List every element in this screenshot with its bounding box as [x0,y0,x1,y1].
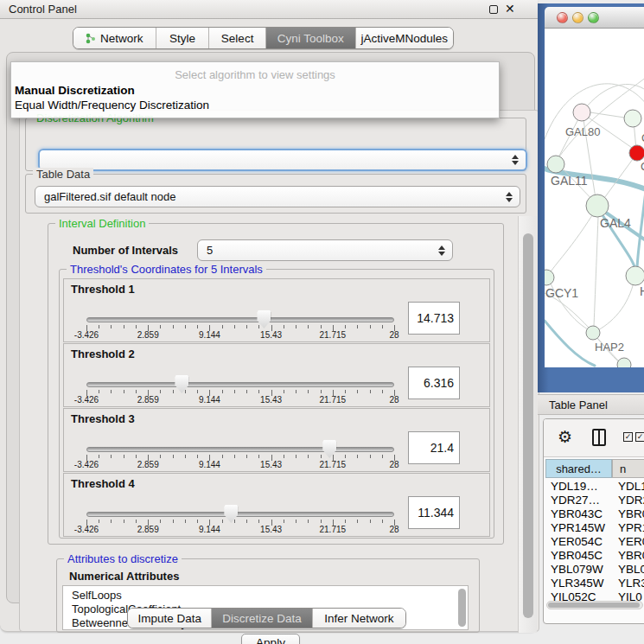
network-node[interactable] [586,194,609,217]
threshold-slider-track[interactable] [86,447,394,452]
slider-tick [160,325,161,328]
threshold-slider-thumb[interactable] [224,505,238,523]
algorithm-combobox[interactable] [38,149,527,171]
slider-tick [345,325,346,328]
attributes-list-scrollbar[interactable] [458,589,466,627]
threshold-slider-track[interactable] [86,382,394,387]
threshold-slider-thumb[interactable] [322,440,336,458]
table-row[interactable]: YPR145WYPR1 [545,521,644,535]
threshold-value-field[interactable]: 6.316 [408,367,460,399]
tab-select[interactable]: Select [209,28,266,48]
table-cell: YDR2 [618,494,644,507]
threshold-slider-thumb[interactable] [175,375,188,393]
slider-tick [222,390,223,393]
tab-jactivemnodules[interactable]: jActiveMNodules [356,28,453,48]
table-column-header[interactable]: shared… [545,459,612,478]
slider-tick [296,520,296,523]
tab-infer-network[interactable]: Infer Network [313,609,405,628]
slider-tick [197,520,198,523]
network-node[interactable] [617,358,631,367]
slider-tick-label: -3.426 [74,460,99,469]
threshold-value-field[interactable]: 14.713 [408,302,460,335]
table-column-header[interactable]: n [612,459,644,478]
table-data-combo-value: galFiltered.sif default node [44,190,175,203]
table-cell: YLR3 [618,577,644,590]
threshold-value-field[interactable]: 21.4 [408,431,460,464]
network-node[interactable] [629,145,644,161]
attribute-item[interactable]: SelfLoops [72,589,122,603]
slider-tick [246,325,247,328]
slider-tick-label: -3.426 [74,330,99,340]
algorithm-placeholder-option[interactable]: Select algorithm to view settings [11,68,499,81]
threshold-value-field[interactable]: 11.344 [408,496,460,529]
table-row[interactable]: YDR27…YDR2 [545,494,644,507]
table-row[interactable]: YBL079WYBL0 [545,563,644,577]
checkbox-icon[interactable]: ✓ [635,432,644,442]
network-node[interactable] [626,266,644,285]
network-edge[interactable] [637,184,644,268]
table-cell: YER054C [551,535,603,548]
close-traffic-light[interactable] [557,12,568,23]
slider-tick-label: 2.859 [137,460,159,469]
table-panel: ⚙ ✓ ✓ shared…n YDL19…YDL1YDR27…YDR2YBR04… [543,418,644,624]
network-edge[interactable] [548,208,596,276]
combo-stepper-icon [506,192,513,202]
apply-button[interactable]: Apply [241,634,300,644]
table-cell: YDR27… [551,494,600,507]
network-node[interactable] [547,156,564,173]
number-of-intervals-combobox[interactable]: 5 [197,239,453,261]
table-cell: YBR045C [551,549,603,562]
zoom-traffic-light[interactable] [588,12,599,23]
threshold-slider-track[interactable] [86,317,394,322]
table-data-combobox[interactable]: galFiltered.sif default node [35,186,520,207]
settings-vertical-scrollbar[interactable] [518,216,537,633]
algorithm-option[interactable]: Equal Width/Frequency Discretization [15,99,209,112]
tab-style[interactable]: Style [156,28,210,48]
slider-tick [111,520,112,523]
threshold-slider-track[interactable] [86,512,394,517]
slider-tick-label: 21.715 [320,395,347,405]
network-edge[interactable] [545,321,595,366]
table-horizontal-scrollbar[interactable] [546,601,643,609]
table-row[interactable]: YLR345WYLR3 [545,577,644,590]
slider-tick [345,390,346,393]
settings-scrollbar-thumb[interactable] [523,233,533,618]
table-row[interactable]: YDL19…YDL1 [545,480,644,494]
gear-icon[interactable]: ⚙ [558,427,572,447]
slider-tick [160,520,161,523]
algorithm-option[interactable]: Manual Discretization [15,84,135,97]
slider-tick [124,455,124,458]
network-node[interactable] [573,104,590,121]
thresholds-group: Threshold's Coordinates for 5 Intervals … [59,269,494,539]
discretization-algorithm-group: Discretization Algorithm [25,118,526,171]
tab-impute-data[interactable]: Impute Data [128,609,212,628]
table-hscroll-thumb[interactable] [548,603,640,608]
slider-tick [308,390,309,393]
slider-tick-label: 28 [389,460,399,469]
split-columns-icon[interactable] [592,429,606,446]
network-window-titlebar[interactable] [545,7,644,29]
minimize-traffic-light[interactable] [572,12,583,23]
network-node[interactable] [545,270,554,285]
tab-discretize-data[interactable]: Discretize Data [212,609,312,628]
float-window-icon[interactable] [489,5,498,14]
tab-network[interactable]: Network [73,28,156,48]
close-icon[interactable]: ✕ [505,2,515,16]
tab-cyni-toolbox[interactable]: Cyni Toolbox [266,28,356,48]
table-row[interactable]: YBR045CYBR0 [545,549,644,563]
network-node[interactable] [586,326,600,340]
slider-tick-label: 28 [389,525,399,534]
slider-tick [370,455,371,458]
panel-title: Control Panel [9,3,77,16]
network-edge[interactable] [595,279,634,332]
checkbox-icon[interactable]: ✓ [623,432,633,442]
network-edge[interactable] [584,112,630,118]
table-row[interactable]: YBR043CYBR0 [545,507,644,521]
slider-tick [321,520,322,523]
network-edge[interactable] [583,84,644,112]
table-row[interactable]: YER054CYER0 [545,535,644,549]
slider-tick [160,455,161,458]
network-canvas[interactable]: GAL80GCGAL11GAL4GCY1HHAP2 [545,29,644,367]
network-edge[interactable] [594,217,598,327]
network-node[interactable] [624,110,641,127]
